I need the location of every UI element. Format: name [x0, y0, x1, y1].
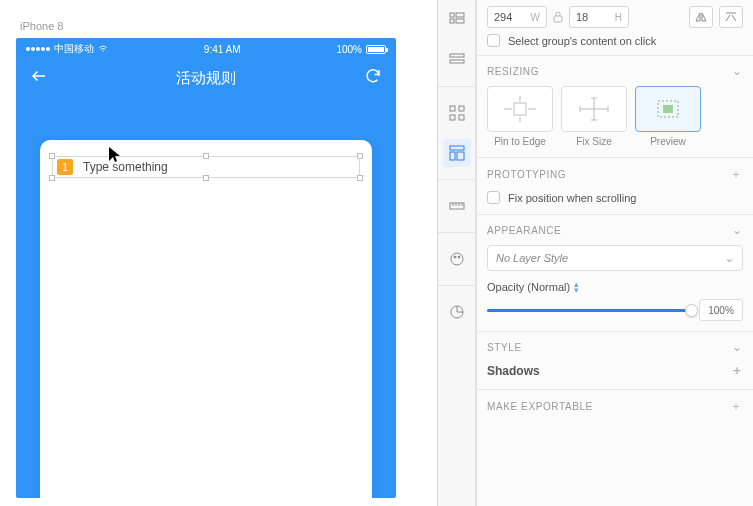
opacity-slider[interactable]	[487, 309, 691, 312]
plus-icon[interactable]: ＋	[730, 166, 743, 183]
resize-handle[interactable]	[203, 175, 209, 181]
device-label: iPhone 8	[20, 20, 427, 32]
palette-icon[interactable]	[443, 245, 471, 273]
export-section: MAKE EXPORTABLE＋	[477, 389, 753, 433]
style-section: STYLE⌄ Shadows＋	[477, 331, 753, 389]
svg-point-14	[451, 253, 463, 265]
select-content-label: Select group's content on click	[508, 35, 656, 47]
carrier-text: 中国移动	[54, 42, 94, 56]
opacity-value[interactable]: 100%	[699, 299, 743, 321]
flip-h-icon[interactable]	[689, 6, 713, 28]
resize-handle[interactable]	[357, 153, 363, 159]
pin-to-edge-tile[interactable]	[487, 86, 553, 132]
svg-rect-9	[459, 115, 464, 120]
svg-rect-11	[450, 152, 455, 160]
view-mode-rail	[438, 0, 476, 506]
svg-point-15	[454, 256, 456, 258]
svg-rect-10	[450, 146, 464, 150]
slider-thumb[interactable]	[685, 304, 698, 317]
plus-icon[interactable]: ＋	[730, 398, 743, 415]
layout-icon[interactable]	[443, 139, 471, 167]
content-card: 1 Type something	[40, 140, 372, 498]
lock-icon[interactable]	[553, 11, 563, 23]
ruler-icon[interactable]	[443, 192, 471, 220]
chevron-down-icon[interactable]: ⌄	[732, 223, 743, 237]
battery-icon	[366, 45, 386, 54]
battery-pct: 100%	[336, 44, 362, 55]
preview-tile[interactable]	[635, 86, 701, 132]
svg-rect-21	[663, 105, 673, 113]
signal-icon	[26, 47, 50, 51]
plus-icon[interactable]: ＋	[731, 362, 743, 379]
export-title: MAKE EXPORTABLE	[487, 401, 593, 412]
grid-icon[interactable]	[443, 99, 471, 127]
chevron-down-icon[interactable]: ⌄	[732, 340, 743, 354]
resizing-title: RESIZING	[487, 66, 539, 77]
svg-rect-12	[457, 152, 464, 160]
svg-rect-5	[450, 60, 464, 63]
phone-artboard[interactable]: 中国移动 9:41 AM 100% 活动规则 1 Type	[16, 38, 396, 498]
text-layer-selection[interactable]: 1 Type something	[52, 156, 360, 178]
prototyping-title: PROTOTYPING	[487, 169, 566, 180]
chevron-down-icon: ⌄	[724, 251, 734, 265]
resize-handle[interactable]	[357, 175, 363, 181]
resize-handle[interactable]	[203, 153, 209, 159]
inspector-panel: 294W 18H Select group's content on click…	[476, 0, 753, 506]
fix-scroll-label: Fix position when scrolling	[508, 192, 636, 204]
text-placeholder[interactable]: Type something	[83, 160, 168, 174]
pin-label: Pin to Edge	[487, 136, 553, 147]
svg-rect-3	[456, 19, 464, 23]
svg-rect-7	[459, 106, 464, 111]
svg-rect-6	[450, 106, 455, 111]
refresh-icon[interactable]	[364, 67, 382, 89]
flip-v-icon[interactable]	[719, 6, 743, 28]
svg-rect-19	[514, 103, 526, 115]
nav-title: 活动规则	[176, 69, 236, 88]
appearance-title: APPEARANCE	[487, 225, 561, 236]
grid-small-icon[interactable]	[443, 6, 471, 34]
appearance-section: APPEARANCE⌄ No Layer Style⌄ Opacity (Nor…	[477, 214, 753, 331]
pie-icon[interactable]	[443, 298, 471, 326]
fix-label: Fix Size	[561, 136, 627, 147]
height-input[interactable]: 18H	[569, 6, 629, 28]
stepper-icon[interactable]: ▴▾	[574, 281, 579, 293]
svg-rect-2	[450, 19, 454, 23]
list-marker: 1	[57, 159, 73, 175]
width-input[interactable]: 294W	[487, 6, 547, 28]
resizing-section: RESIZING⌄ Pin to Edge Fix Size Preview	[477, 55, 753, 157]
layer-style-select[interactable]: No Layer Style⌄	[487, 245, 743, 271]
status-bar: 中国移动 9:41 AM 100%	[16, 38, 396, 60]
prototyping-section: PROTOTYPING＋ Fix position when scrolling	[477, 157, 753, 214]
resize-handle[interactable]	[49, 175, 55, 181]
style-title: STYLE	[487, 342, 522, 353]
fix-size-tile[interactable]	[561, 86, 627, 132]
wifi-icon	[98, 44, 108, 54]
canvas-area[interactable]: iPhone 8 中国移动 9:41 AM 100% 活动规则	[0, 0, 437, 506]
opacity-label: Opacity (Normal)	[487, 281, 570, 293]
checkbox[interactable]	[487, 34, 500, 47]
back-icon[interactable]	[30, 67, 48, 89]
shadows-label: Shadows	[487, 364, 540, 378]
checkbox[interactable]	[487, 191, 500, 204]
clock-text: 9:41 AM	[204, 44, 241, 55]
svg-rect-8	[450, 115, 455, 120]
size-row: 294W 18H	[477, 0, 753, 34]
preview-label: Preview	[635, 136, 701, 147]
resize-handle[interactable]	[49, 153, 55, 159]
svg-rect-0	[450, 13, 454, 17]
svg-rect-18	[554, 16, 562, 22]
select-content-row[interactable]: Select group's content on click	[477, 34, 753, 55]
list-icon[interactable]	[443, 46, 471, 74]
svg-rect-1	[456, 13, 464, 17]
chevron-down-icon[interactable]: ⌄	[732, 64, 743, 78]
svg-point-16	[458, 256, 460, 258]
navbar: 活动规则	[16, 60, 396, 96]
svg-rect-4	[450, 54, 464, 57]
